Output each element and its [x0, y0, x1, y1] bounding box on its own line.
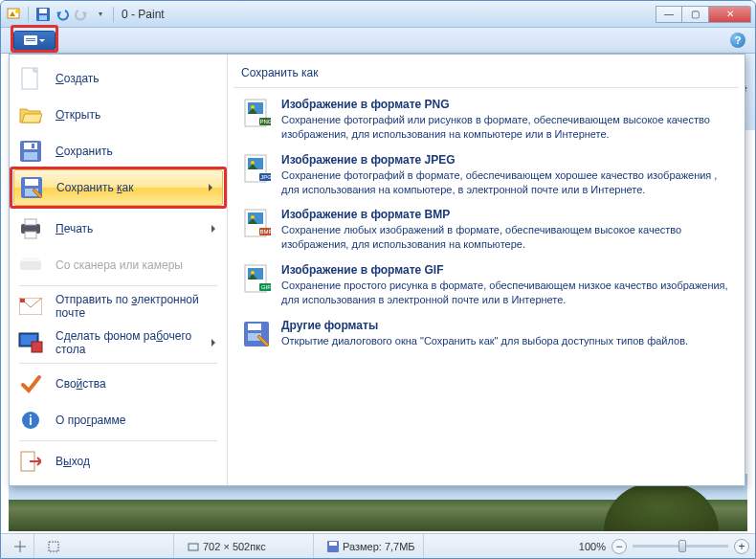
- submenu-item-title: Изображение в формате GIF: [281, 263, 731, 277]
- titlebar[interactable]: ▾ 0 - Paint — ▢ ✕: [1, 1, 755, 28]
- menu-item-open[interactable]: Открыть: [11, 97, 225, 133]
- svg-rect-11: [25, 179, 38, 186]
- svg-rect-3: [39, 9, 47, 13]
- chevron-down-icon: [39, 39, 45, 42]
- menu-item-wallpaper[interactable]: Сделать фоном рабочего стола: [11, 324, 225, 361]
- redo-icon[interactable]: [73, 6, 90, 23]
- ribbon-tabs: ?: [1, 28, 755, 54]
- save-icon[interactable]: [34, 6, 52, 23]
- gif-format-icon: GIF: [241, 263, 272, 294]
- dimensions-icon: [188, 541, 199, 552]
- menu-item-new[interactable]: Создать: [11, 60, 225, 97]
- submenu-item-title: Изображение в формате JPEG: [281, 153, 731, 167]
- menu-item-save[interactable]: Сохранить: [11, 133, 225, 169]
- maximize-button[interactable]: ▢: [682, 6, 709, 23]
- menu-separator: [19, 440, 217, 441]
- menu-separator: [19, 285, 217, 286]
- svg-rect-16: [20, 260, 41, 270]
- selection-icon: [48, 541, 59, 552]
- submenu-arrow-icon: [209, 184, 212, 191]
- svg-rect-22: [32, 342, 42, 352]
- file-menu-button[interactable]: [13, 31, 56, 51]
- undo-icon[interactable]: [54, 6, 71, 23]
- svg-rect-50: [189, 544, 198, 550]
- crosshair-icon: [14, 541, 26, 552]
- svg-rect-19: [20, 299, 25, 302]
- menu-item-about[interactable]: i О программе: [11, 402, 225, 438]
- submenu-item-desc: Сохранение любых изображений в формате, …: [281, 223, 731, 252]
- submenu-item-desc: Сохранение простого рисунка в формате, о…: [281, 279, 731, 307]
- svg-text:BMP: BMP: [259, 229, 271, 235]
- disk-icon: [327, 541, 339, 552]
- menu-label: Выход: [56, 455, 215, 468]
- desktop-icon: [17, 330, 44, 355]
- statusbar: 702 × 502пкс Размер: 7,7МБ 100% − +: [1, 533, 755, 558]
- svg-rect-14: [25, 219, 36, 225]
- exit-icon: [17, 449, 44, 474]
- menu-separator: [19, 208, 217, 209]
- svg-text:PNG: PNG: [259, 119, 271, 124]
- submenu-item-title: Другие форматы: [281, 319, 731, 332]
- submenu-item-jpeg[interactable]: JPG Изображение в формате JPEGСохранение…: [233, 149, 739, 205]
- svg-rect-17: [22, 257, 39, 261]
- zoom-in-button[interactable]: +: [734, 539, 749, 554]
- menu-label: О программе: [56, 414, 215, 427]
- menu-label: Создать: [56, 72, 215, 85]
- bmp-format-icon: BMP: [241, 208, 272, 238]
- paint-app-icon: [5, 6, 22, 23]
- other-formats-icon: [241, 319, 272, 349]
- svg-rect-7: [24, 143, 37, 149]
- menu-item-print[interactable]: Печать: [11, 211, 225, 247]
- window-controls: — ▢ ✕: [656, 6, 751, 23]
- menu-label: Свойства: [56, 377, 215, 391]
- file-menu-list: Создать Открыть Сохранить Сохранить как …: [10, 55, 228, 485]
- menu-label: Сделать фоном рабочего стола: [56, 329, 200, 356]
- submenu-item-bmp[interactable]: BMP Изображение в формате BMPСохранение …: [233, 204, 739, 259]
- close-button[interactable]: ✕: [709, 6, 751, 23]
- file-menu-panel: Создать Открыть Сохранить Сохранить как …: [9, 54, 745, 486]
- menu-item-save-as[interactable]: Сохранить как: [13, 169, 223, 206]
- minimize-button[interactable]: —: [656, 6, 682, 23]
- help-icon[interactable]: ?: [730, 33, 745, 48]
- folder-open-icon: [17, 102, 44, 127]
- svg-text:GIF: GIF: [261, 284, 271, 290]
- zoom-thumb[interactable]: [678, 540, 686, 552]
- svg-text:i: i: [29, 413, 33, 428]
- paint-window: ▾ 0 - Paint — ▢ ✕ ? енение етов Создать: [0, 0, 756, 559]
- submenu-item-other[interactable]: Другие форматыОткрытие диалогового окна …: [233, 315, 739, 357]
- info-icon: i: [17, 408, 44, 433]
- svg-rect-52: [329, 542, 337, 546]
- file-size: Размер: 7,7МБ: [320, 534, 424, 558]
- menu-label: Сохранить как: [56, 181, 197, 194]
- scanner-icon: [17, 253, 44, 278]
- submenu-arrow-icon: [211, 225, 215, 233]
- save-floppy-icon: [17, 139, 44, 164]
- zoom-slider[interactable]: [633, 545, 728, 548]
- submenu-title: Сохранить как: [233, 62, 739, 88]
- printer-icon: [17, 216, 44, 241]
- menu-item-exit[interactable]: Выход: [11, 443, 225, 480]
- svg-rect-9: [32, 144, 34, 148]
- svg-rect-47: [248, 324, 261, 330]
- submenu-item-title: Изображение в формате BMP: [281, 208, 731, 221]
- menu-item-properties[interactable]: Свойства: [11, 366, 225, 402]
- svg-rect-15: [25, 232, 36, 238]
- submenu-item-desc: Открытие диалогового окна "Сохранить как…: [281, 334, 731, 348]
- menu-item-email[interactable]: Отправить по электронной почте: [11, 288, 225, 324]
- svg-rect-8: [24, 152, 37, 160]
- save-as-submenu: Сохранить как PNG Изображение в формате …: [228, 55, 745, 485]
- menu-separator: [19, 363, 217, 364]
- submenu-item-gif[interactable]: GIF Изображение в формате GIFСохранение …: [233, 259, 739, 315]
- selection-size: [40, 534, 174, 558]
- png-format-icon: PNG: [241, 98, 272, 128]
- menu-label: Сохранить: [56, 145, 215, 158]
- zoom-out-button[interactable]: −: [611, 539, 627, 554]
- menu-label: Открыть: [56, 108, 215, 122]
- submenu-item-desc: Сохранение фотографий или рисунков в фор…: [281, 113, 731, 142]
- qat-dropdown-icon[interactable]: ▾: [92, 6, 109, 23]
- submenu-item-png[interactable]: PNG Изображение в формате PNGСохранение …: [233, 94, 739, 149]
- jpeg-format-icon: JPG: [241, 153, 272, 184]
- menu-label: Со сканера или камеры: [56, 258, 215, 272]
- quick-access-toolbar: ▾: [5, 6, 109, 23]
- cursor-position: [7, 534, 34, 558]
